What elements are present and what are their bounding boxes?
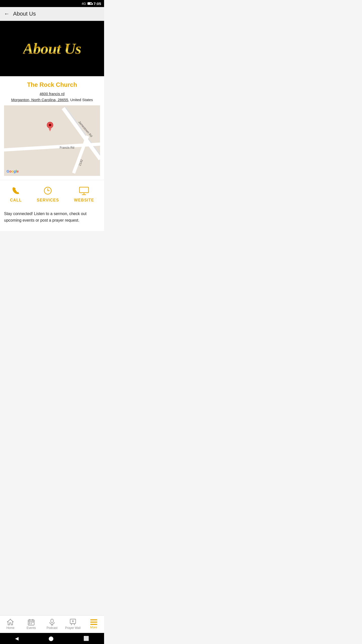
- svg-rect-24: [29, 622, 30, 623]
- action-buttons-row: CALL SERVICES WEBSITE: [0, 180, 104, 207]
- website-button[interactable]: WEBSITE: [74, 186, 94, 203]
- nav-prayer-wall-label: Prayer Wall: [65, 626, 81, 630]
- address-line1[interactable]: 4600 francis rd: [39, 92, 64, 96]
- nav-events-label: Events: [27, 626, 36, 630]
- church-name: The Rock Church: [4, 81, 100, 88]
- more-icon: [90, 619, 97, 625]
- home-system-button[interactable]: ⬤: [49, 636, 54, 641]
- address-line2[interactable]: Morganton, North Carolina, 28655: [11, 98, 68, 102]
- svg-text:Francis Rd: Francis Rd: [60, 146, 74, 149]
- services-button[interactable]: SERVICES: [37, 186, 59, 203]
- website-label: WEBSITE: [74, 198, 94, 203]
- about-us-banner: About Us: [0, 21, 104, 76]
- signal-label: 4G: [82, 2, 86, 6]
- svg-rect-27: [29, 623, 30, 624]
- description-text: Stay connected! Listen to a sermon, chec…: [0, 207, 104, 231]
- website-icon: [79, 186, 89, 196]
- map-pin: [47, 122, 54, 132]
- address-country: , United States: [68, 98, 93, 102]
- nav-more[interactable]: More: [83, 619, 104, 629]
- services-icon: [43, 186, 52, 196]
- page-title: About Us: [13, 11, 36, 17]
- svg-marker-17: [7, 619, 13, 625]
- home-icon: [7, 619, 14, 625]
- svg-rect-29: [51, 619, 53, 623]
- header-bar: ← About Us: [0, 7, 104, 21]
- map-view[interactable]: Jamestown Rd Francis Rd 1142 Google: [4, 105, 100, 176]
- church-address: 4600 francis rd Morganton, North Carolin…: [4, 91, 100, 103]
- battery-icon: [87, 2, 92, 5]
- services-label: SERVICES: [37, 198, 59, 203]
- back-button[interactable]: ←: [4, 11, 10, 17]
- call-icon: [11, 186, 20, 196]
- call-label: CALL: [10, 198, 22, 203]
- content-area: The Rock Church 4600 francis rd Morganto…: [0, 76, 104, 180]
- back-system-button[interactable]: ◀: [15, 636, 19, 641]
- events-icon: [28, 619, 34, 625]
- banner-text: About Us: [23, 40, 81, 58]
- nav-events[interactable]: Events: [21, 619, 42, 630]
- call-button[interactable]: CALL: [10, 186, 22, 203]
- time-display: 7:05: [94, 2, 101, 6]
- prayer-wall-icon: [70, 619, 76, 625]
- svg-point-10: [49, 124, 51, 126]
- svg-marker-19: [10, 619, 11, 620]
- nav-home[interactable]: Home: [0, 619, 21, 630]
- recents-system-button[interactable]: ⬜: [83, 636, 89, 641]
- nav-more-label: More: [90, 626, 97, 629]
- svg-rect-26: [32, 622, 33, 623]
- system-nav-bar: ◀ ⬤ ⬜: [0, 633, 104, 644]
- nav-home-label: Home: [6, 626, 14, 630]
- svg-rect-28: [31, 623, 32, 624]
- nav-podcast[interactable]: Podcast: [42, 619, 63, 630]
- podcast-icon: [50, 619, 55, 625]
- status-bar: 4G 7:05: [0, 0, 104, 7]
- google-logo: Google: [7, 169, 19, 173]
- svg-rect-25: [31, 622, 32, 623]
- svg-rect-14: [79, 187, 88, 193]
- nav-prayer-wall[interactable]: Prayer Wall: [62, 619, 83, 630]
- nav-podcast-label: Podcast: [47, 626, 57, 630]
- bottom-navigation: Home Events Podcast: [0, 615, 104, 633]
